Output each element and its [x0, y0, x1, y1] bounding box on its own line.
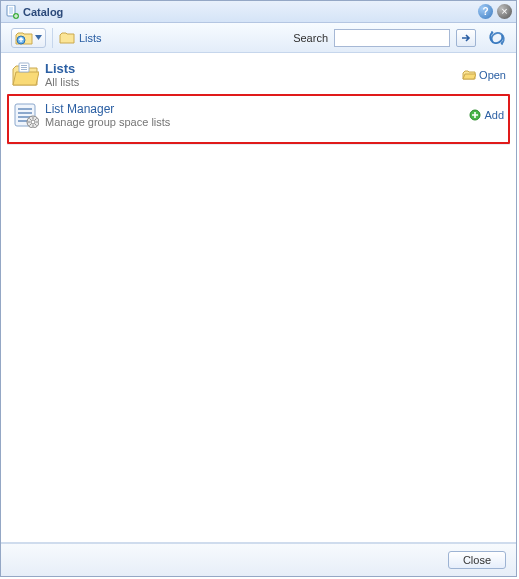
titlebar: Catalog ? ×	[1, 1, 516, 23]
content-area: Lists All lists Open List Manager Manage…	[1, 53, 516, 542]
search-input[interactable]	[334, 29, 450, 47]
refresh-button[interactable]	[488, 29, 506, 47]
catalog-dialog: Catalog ? × Lists Search	[0, 0, 517, 577]
catalog-title-icon	[5, 5, 19, 19]
dialog-footer: Close	[1, 542, 516, 576]
close-icon[interactable]: ×	[497, 4, 512, 19]
svg-point-14	[31, 120, 35, 124]
open-label: Open	[479, 69, 506, 81]
window-title: Catalog	[23, 6, 63, 18]
lists-category-icon	[11, 61, 39, 88]
dropdown-caret-icon	[35, 35, 42, 40]
toolbar-divider	[52, 28, 53, 48]
list-manager-row[interactable]: List Manager Manage group space lists Ad…	[7, 94, 510, 144]
item-desc: Manage group space lists	[45, 116, 469, 128]
svg-rect-10	[18, 112, 32, 114]
open-link[interactable]: Open	[462, 61, 506, 88]
svg-rect-12	[18, 120, 28, 122]
svg-rect-1	[9, 7, 13, 14]
add-plus-icon	[469, 109, 481, 121]
search-go-button[interactable]	[456, 29, 476, 47]
search-label: Search	[293, 32, 328, 44]
folder-icon	[59, 31, 75, 45]
toolbar: Lists Search	[1, 23, 516, 53]
breadcrumb-label: Lists	[79, 32, 102, 44]
help-icon[interactable]: ?	[478, 4, 493, 19]
add-link[interactable]: Add	[469, 102, 504, 128]
open-folder-icon	[462, 69, 476, 81]
up-folder-icon	[15, 30, 33, 46]
close-button[interactable]: Close	[448, 551, 506, 569]
svg-rect-9	[18, 108, 32, 110]
row-separator	[7, 144, 510, 145]
arrow-right-icon	[461, 33, 471, 43]
up-button[interactable]	[11, 28, 46, 48]
category-desc: All lists	[45, 76, 462, 88]
category-header: Lists All lists Open	[7, 59, 510, 94]
svg-rect-6	[21, 67, 27, 68]
refresh-icon	[488, 29, 506, 47]
svg-rect-5	[21, 65, 27, 66]
breadcrumb[interactable]: Lists	[59, 31, 287, 45]
list-manager-icon	[13, 102, 39, 128]
category-name: Lists	[45, 61, 462, 76]
svg-rect-7	[21, 69, 27, 70]
add-label: Add	[484, 109, 504, 121]
item-name: List Manager	[45, 102, 469, 116]
